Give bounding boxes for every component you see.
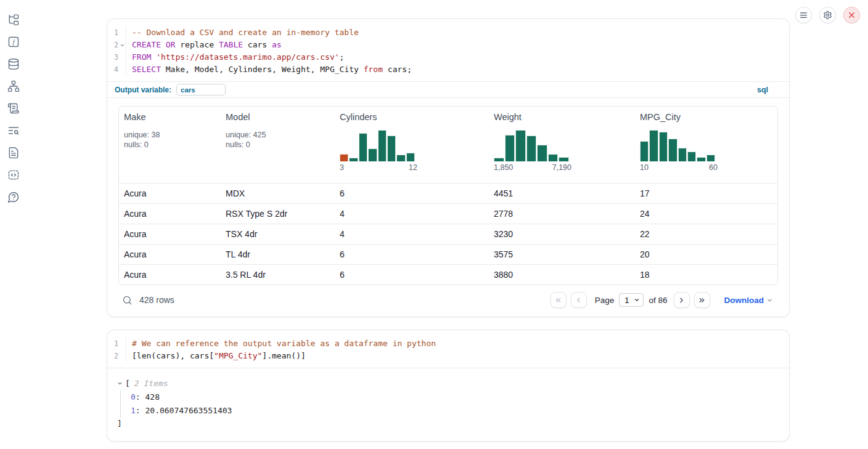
tree-items-count: 2 Items	[134, 379, 168, 388]
column-stats: unique: 425nulls: 0	[226, 130, 330, 150]
fold-chevron-icon[interactable]	[118, 42, 126, 48]
datasources-icon[interactable]	[7, 58, 20, 70]
dependency-graph-icon[interactable]	[7, 80, 20, 92]
histogram-bar[interactable]	[505, 135, 515, 161]
documentation-icon[interactable]	[7, 147, 20, 159]
tree-collapse-icon[interactable]	[117, 381, 125, 386]
data-table: Makeunique: 38nulls: 0Modelunique: 425nu…	[118, 106, 778, 285]
histogram-bar[interactable]	[559, 157, 569, 161]
page-number-select[interactable]: 1	[619, 293, 644, 307]
histogram-range-labels: 312	[340, 163, 417, 172]
python-code-editor[interactable]: 1# We can reference the output variable …	[107, 330, 789, 368]
code-text: -- Download a CSV and create an in-memor…	[126, 26, 359, 39]
menu-button[interactable]	[795, 7, 812, 23]
tree-entry: 0: 428	[131, 390, 779, 404]
table-row[interactable]: AcuraTSX 4dr4323022	[119, 224, 777, 244]
table-cell: TL 4dr	[221, 245, 335, 264]
snippets-icon[interactable]	[7, 169, 20, 181]
histogram-bar[interactable]	[687, 152, 696, 161]
output-variable-input[interactable]	[176, 84, 226, 95]
code-line[interactable]: 4SELECT Make, Model, Cylinders, Weight, …	[107, 63, 789, 76]
page-total-label: of 86	[649, 296, 667, 305]
histogram-bar[interactable]	[494, 158, 504, 161]
page-number-value: 1	[624, 296, 629, 305]
code-line[interactable]: 1# We can reference the output variable …	[107, 338, 789, 350]
code-line[interactable]: 2[len(cars), cars["MPG_City"].mean()]	[107, 350, 789, 362]
histogram-bar[interactable]	[387, 136, 396, 161]
scratchpad-icon[interactable]	[7, 102, 20, 115]
line-number: 1	[107, 26, 126, 39]
histogram-bar[interactable]	[697, 157, 705, 161]
column-histogram[interactable]	[340, 128, 415, 161]
download-button[interactable]: Download	[724, 296, 774, 305]
code-text: # We can reference the output variable a…	[126, 338, 436, 350]
shutdown-button[interactable]	[843, 7, 860, 23]
histogram-bar[interactable]	[659, 132, 668, 161]
chevron-down-icon	[634, 297, 640, 303]
table-cell: 6	[335, 265, 489, 285]
column-header-weight[interactable]: Weight1,8507,190	[489, 107, 635, 183]
table-cell: Acura	[119, 184, 221, 203]
column-title: Model	[226, 112, 330, 122]
histogram-bar[interactable]	[537, 145, 547, 161]
sql-code-editor[interactable]: 1-- Download a CSV and create an in-memo…	[107, 19, 789, 81]
column-histogram[interactable]	[640, 128, 715, 161]
column-header-make[interactable]: Makeunique: 38nulls: 0	[119, 107, 221, 183]
code-line[interactable]: 3FROM 'https://datasets.marimo.app/cars.…	[107, 51, 789, 63]
table-cell: 3.5 RL 4dr	[221, 265, 335, 285]
file-tree-icon[interactable]	[7, 14, 20, 26]
table-cell: 4451	[489, 184, 635, 203]
code-text: SELECT Make, Model, Cylinders, Weight, M…	[126, 63, 412, 76]
column-histogram[interactable]	[494, 128, 569, 161]
table-body: AcuraMDX6445117AcuraRSX Type S 2dr427782…	[119, 183, 777, 285]
functions-icon[interactable]: f	[7, 36, 20, 48]
histogram-bar[interactable]	[548, 154, 559, 161]
histogram-bar[interactable]	[649, 130, 658, 161]
histogram-bar[interactable]	[640, 141, 649, 161]
histogram-bar[interactable]	[396, 155, 405, 161]
next-page-button[interactable]	[674, 292, 690, 308]
code-text: [len(cars), cars["MPG_City"].mean()]	[126, 350, 306, 362]
histogram-bar[interactable]	[515, 130, 526, 161]
table-row[interactable]: AcuraMDX6445117	[119, 183, 777, 203]
previous-page-button[interactable]	[571, 292, 587, 308]
code-line[interactable]: 2CREATE OR replace TABLE cars as	[107, 39, 789, 51]
histogram-bar[interactable]	[406, 153, 415, 161]
histogram-bar[interactable]	[359, 133, 367, 161]
histogram-bar[interactable]	[368, 148, 377, 161]
notebook-actions	[795, 7, 860, 23]
table-row[interactable]: AcuraRSX Type S 2dr4277824	[119, 203, 777, 224]
histogram-bar[interactable]	[678, 148, 687, 161]
table-cell: 4	[335, 204, 489, 224]
chevron-down-icon	[766, 297, 773, 304]
chevron-right-icon	[678, 296, 686, 304]
logs-icon[interactable]	[7, 124, 20, 137]
table-header-row: Makeunique: 38nulls: 0Modelunique: 425nu…	[119, 107, 777, 183]
column-header-cylinders[interactable]: Cylinders312	[335, 107, 489, 183]
help-icon[interactable]	[7, 191, 20, 203]
first-page-button[interactable]	[551, 292, 567, 308]
histogram-bar[interactable]	[668, 139, 677, 161]
settings-button[interactable]	[819, 7, 836, 23]
histogram-bar[interactable]	[378, 130, 387, 161]
histogram-bar[interactable]	[340, 154, 348, 161]
histogram-bar[interactable]	[526, 136, 537, 161]
sql-cell: 1-- Download a CSV and create an in-memo…	[107, 18, 790, 317]
column-header-model[interactable]: Modelunique: 425nulls: 0	[221, 107, 335, 183]
line-number: 2	[107, 39, 126, 51]
column-header-mpg_city[interactable]: MPG_City1060	[635, 107, 777, 183]
last-page-button[interactable]	[694, 292, 710, 308]
code-text: FROM 'https://datasets.marimo.app/cars.c…	[126, 51, 344, 63]
histogram-bar[interactable]	[706, 155, 715, 161]
table-cell: Acura	[119, 224, 221, 244]
table-cell: 2778	[489, 204, 635, 224]
histogram-bar[interactable]	[349, 158, 358, 161]
search-icon[interactable]	[122, 295, 133, 305]
column-title: MPG_City	[640, 112, 772, 122]
code-line[interactable]: 1-- Download a CSV and create an in-memo…	[107, 26, 789, 39]
table-row[interactable]: AcuraTL 4dr6357520	[119, 244, 777, 264]
output-variable-row: Output variable: sql	[107, 81, 789, 98]
table-row[interactable]: Acura3.5 RL 4dr6388018	[119, 264, 777, 285]
table-cell: 6	[335, 245, 489, 264]
sql-output-area: Makeunique: 38nulls: 0Modelunique: 425nu…	[107, 98, 789, 317]
